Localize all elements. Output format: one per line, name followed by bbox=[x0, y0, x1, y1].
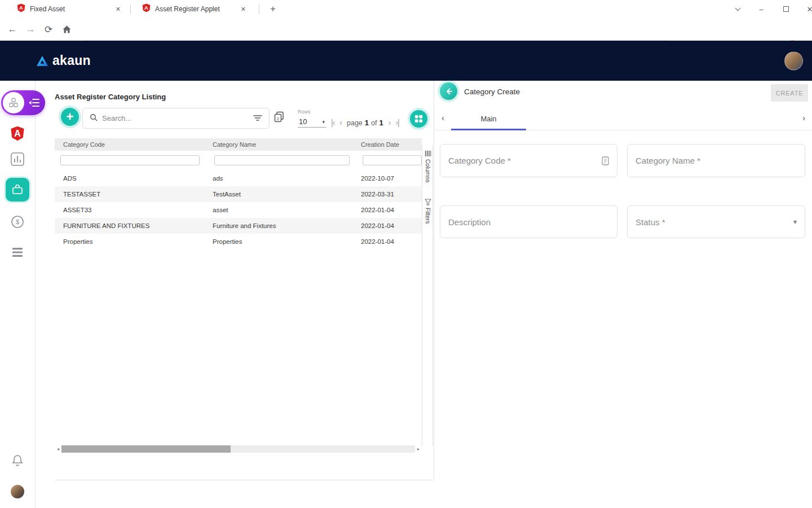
window-maximize-button[interactable] bbox=[775, 0, 797, 18]
rows-per-page-select[interactable]: Rows 10 ▾ bbox=[298, 109, 326, 128]
column-header-category-code[interactable]: Category Code bbox=[55, 141, 204, 148]
maximize-icon bbox=[783, 6, 789, 12]
browser-tab-fixed-asset[interactable]: A Fixed Asset ✕ bbox=[9, 0, 129, 18]
menu-toggle-icon[interactable] bbox=[28, 98, 40, 107]
filters-tool-button[interactable]: Filters bbox=[422, 199, 434, 224]
table-row[interactable]: FURNITURE AND FIXTURES Furniture and Fix… bbox=[55, 218, 422, 234]
column-header-category-name[interactable]: Category Name bbox=[204, 141, 352, 148]
browser-tab-asset-register-applet[interactable]: A Asset Register Applet ✕ bbox=[134, 0, 254, 18]
table-header: Category Code Category Name Creation Dat… bbox=[55, 138, 422, 151]
scrollbar-track[interactable] bbox=[61, 445, 415, 453]
sidebar-user-avatar[interactable] bbox=[11, 485, 24, 498]
grid-view-button[interactable] bbox=[410, 110, 427, 128]
fixed-asset-icon bbox=[11, 183, 24, 196]
field-label: Description bbox=[448, 217, 491, 227]
status-select[interactable]: Status * ▾ bbox=[627, 205, 805, 238]
horizontal-scrollbar: ◂ ▸ bbox=[55, 445, 422, 453]
cell-category-name: TestAsset bbox=[204, 191, 352, 198]
cell-creation-date: 2022-01-04 bbox=[352, 222, 422, 229]
detail-tab-bar: ‹ Main › bbox=[434, 107, 812, 130]
currency-icon: $ bbox=[11, 215, 24, 229]
prev-page-button[interactable]: ‹ bbox=[339, 118, 342, 127]
duplicate-page-button[interactable]: 2 bbox=[274, 111, 284, 125]
columns-tool-label: Columns bbox=[425, 159, 431, 182]
window-dropdown-button[interactable] bbox=[726, 0, 749, 18]
sidebar: A $ bbox=[0, 81, 36, 508]
category-code-field[interactable]: Category Code * bbox=[440, 144, 617, 177]
sidebar-applet-switcher[interactable] bbox=[1, 90, 45, 115]
tab-favicon-icon: A bbox=[17, 3, 25, 15]
tab-scroll-right-button[interactable]: › bbox=[802, 113, 805, 122]
browser-tab-strip: A Fixed Asset ✕ A Asset Register Applet … bbox=[0, 0, 812, 18]
window-close-button[interactable]: ✕ bbox=[798, 0, 812, 18]
create-button[interactable]: CREATE bbox=[771, 84, 808, 102]
cell-creation-date: 2022-01-04 bbox=[352, 238, 422, 245]
table-row[interactable]: ASSET33 asset 2022-01-04 bbox=[55, 202, 422, 218]
tab-scroll-left-button[interactable]: ‹ bbox=[442, 113, 444, 122]
tab-close-icon[interactable]: ✕ bbox=[239, 5, 248, 14]
description-field[interactable]: Description bbox=[440, 205, 617, 238]
scroll-right-arrow[interactable]: ▸ bbox=[415, 446, 422, 452]
total-pages: 1 bbox=[379, 119, 383, 127]
chevron-down-icon bbox=[735, 6, 740, 11]
table-row[interactable]: ADS ads 2022-10-07 bbox=[55, 170, 422, 186]
form-lines-icon bbox=[602, 156, 609, 165]
search-box bbox=[82, 108, 270, 129]
search-input[interactable] bbox=[102, 114, 249, 122]
filter-input-creation-date[interactable] bbox=[363, 155, 422, 165]
applet-cubes-icon[interactable] bbox=[3, 92, 24, 113]
scroll-left-arrow[interactable]: ◂ bbox=[55, 446, 61, 452]
tab-close-icon[interactable]: ✕ bbox=[113, 5, 123, 14]
browser-reload-button[interactable]: ⟳ bbox=[42, 24, 55, 36]
cell-category-code: ASSET33 bbox=[55, 207, 204, 213]
sidebar-item-acrobat[interactable]: A bbox=[10, 126, 25, 141]
table-row[interactable]: Properties Properties 2022-01-04 bbox=[55, 234, 422, 249]
panel-bottom-border bbox=[55, 480, 433, 480]
cell-category-name: asset bbox=[204, 207, 352, 213]
first-page-button[interactable]: |‹ bbox=[331, 118, 334, 127]
cell-creation-date: 2022-10-07 bbox=[352, 175, 422, 182]
sidebar-item-currency[interactable]: $ bbox=[11, 215, 24, 229]
pages-icon: 2 bbox=[274, 111, 284, 123]
tab-main[interactable]: Main bbox=[462, 107, 515, 130]
user-avatar[interactable] bbox=[784, 51, 803, 70]
search-icon bbox=[90, 113, 98, 124]
table-side-tools: Columns Filters bbox=[422, 146, 433, 446]
browser-home-button[interactable] bbox=[60, 25, 73, 34]
category-name-field[interactable]: Category Name * bbox=[627, 144, 805, 177]
filter-input-category-name[interactable] bbox=[214, 155, 350, 165]
new-tab-button[interactable]: + bbox=[266, 2, 280, 16]
browser-forward-button[interactable]: → bbox=[24, 24, 37, 35]
sidebar-item-fixed-asset-active[interactable] bbox=[6, 178, 29, 202]
cell-category-code: TESTASSET bbox=[55, 191, 204, 198]
sidebar-item-reports[interactable] bbox=[10, 152, 25, 167]
tab-separator bbox=[259, 5, 259, 14]
scrollbar-thumb[interactable] bbox=[61, 445, 231, 453]
last-page-button[interactable]: ›| bbox=[395, 118, 399, 127]
sidebar-item-tables[interactable] bbox=[11, 246, 24, 259]
category-create-panel: Category Create CREATE ‹ Main › Category… bbox=[434, 81, 812, 508]
app-header: akaun bbox=[0, 41, 812, 81]
cell-category-name: Furniture and Fixtures bbox=[204, 222, 352, 229]
listing-panel: Asset Register Category Listing + 2 Rows… bbox=[36, 81, 434, 508]
back-button[interactable] bbox=[440, 82, 457, 100]
address-bar: ← → ⟳ akaun.cloud/#/applet/tnt/wavelet/e… bbox=[0, 18, 812, 41]
brand-triangle-icon bbox=[36, 55, 48, 67]
window-minimize-button[interactable]: – bbox=[750, 0, 773, 18]
sidebar-item-notifications[interactable] bbox=[12, 454, 23, 467]
filter-input-category-code[interactable] bbox=[60, 155, 200, 165]
next-page-button[interactable]: › bbox=[389, 118, 391, 127]
column-header-creation-date[interactable]: Creation Date bbox=[352, 141, 422, 148]
filters-tool-label: Filters bbox=[425, 208, 431, 224]
browser-back-button[interactable]: ← bbox=[6, 24, 19, 35]
svg-text:2: 2 bbox=[277, 116, 280, 121]
brand-logo[interactable]: akaun bbox=[36, 53, 91, 68]
filter-lines-icon[interactable] bbox=[253, 113, 262, 124]
rows-value: 10 bbox=[299, 117, 307, 126]
page-indicator: page 1 of 1 bbox=[347, 119, 383, 127]
brand-name: akaun bbox=[52, 53, 91, 68]
add-category-button[interactable]: + bbox=[61, 108, 79, 126]
columns-tool-button[interactable]: Columns bbox=[422, 150, 434, 182]
tab-separator bbox=[130, 5, 131, 14]
table-row[interactable]: TESTASSET TestAsset 2022-03-31 bbox=[55, 186, 422, 202]
